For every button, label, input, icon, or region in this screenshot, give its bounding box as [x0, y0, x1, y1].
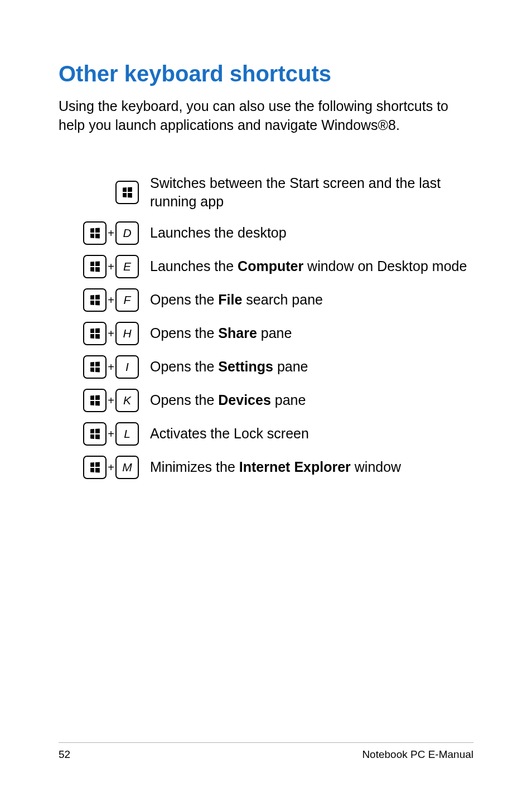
plus-separator: + — [108, 294, 114, 307]
text: Opens the — [150, 359, 218, 374]
key-windows — [83, 456, 107, 479]
key-f: F — [115, 288, 139, 312]
shortcut-row: +DLaunches the desktop — [59, 219, 473, 247]
shortcut-description: Opens the Settings pane — [150, 353, 473, 381]
page-footer: 52 Notebook PC E-Manual — [59, 742, 473, 761]
plus-separator: + — [108, 227, 114, 240]
text: Launches the — [150, 258, 238, 274]
text: Minimizes the — [150, 459, 239, 475]
text: Opens the — [150, 325, 218, 341]
page-number: 52 — [59, 748, 70, 761]
windows-logo-icon — [123, 187, 132, 198]
text: Activates the Lock screen — [150, 426, 309, 441]
key-windows — [83, 255, 107, 278]
key-h: H — [115, 322, 139, 345]
windows-logo-icon — [90, 462, 100, 472]
shortcut-keys: +H — [59, 320, 150, 347]
shortcut-row: +LActivates the Lock screen — [59, 420, 473, 448]
text: window — [351, 459, 401, 475]
plus-separator: + — [108, 361, 114, 374]
bold-text: Internet Explorer — [239, 459, 351, 475]
key-m: M — [115, 456, 139, 479]
key-windows — [83, 389, 107, 412]
page-title: Other keyboard shortcuts — [59, 60, 473, 87]
shortcut-keys: +I — [59, 353, 150, 381]
key-i: I — [115, 355, 139, 379]
plus-separator: + — [108, 394, 114, 407]
shortcut-keys: +D — [59, 219, 150, 247]
windows-logo-icon — [90, 261, 100, 272]
key-windows — [83, 355, 107, 379]
shortcut-keys — [59, 172, 150, 214]
key-k: K — [115, 389, 139, 412]
footer-label: Notebook PC E-Manual — [362, 748, 473, 761]
text: search pane — [242, 292, 323, 307]
windows-logo-icon — [90, 228, 100, 238]
text: Opens the — [150, 392, 218, 408]
shortcut-keys: +E — [59, 253, 150, 281]
text: window on Desktop mode — [303, 258, 467, 274]
shortcut-description: Opens the File search pane — [150, 286, 473, 314]
shortcut-row: Switches between the Start screen and th… — [59, 172, 473, 214]
shortcut-keys: +L — [59, 420, 150, 448]
bold-text: Devices — [218, 392, 271, 408]
plus-separator: + — [108, 461, 114, 474]
shortcut-keys: +K — [59, 386, 150, 414]
shortcut-row: +MMinimizes the Internet Explorer window — [59, 453, 473, 481]
key-windows — [115, 181, 139, 204]
shortcut-description: Opens the Share pane — [150, 320, 473, 347]
shortcut-description: Activates the Lock screen — [150, 420, 473, 448]
windows-logo-icon — [90, 294, 100, 305]
shortcut-keys: +M — [59, 453, 150, 481]
bold-text: Settings — [218, 359, 273, 374]
key-windows — [83, 221, 107, 245]
text: Launches the desktop — [150, 225, 287, 240]
windows-logo-icon — [90, 328, 100, 339]
plus-separator: + — [108, 327, 114, 340]
shortcut-keys: +F — [59, 286, 150, 314]
text: pane — [273, 359, 308, 374]
shortcut-description: Launches the Computer window on Desktop … — [150, 253, 473, 281]
bold-text: Share — [218, 325, 257, 341]
bold-text: File — [218, 292, 242, 307]
intro-paragraph: Using the keyboard, you can also use the… — [59, 97, 473, 135]
plus-separator: + — [108, 428, 114, 441]
shortcut-description: Opens the Devices pane — [150, 386, 473, 414]
shortcut-row: +FOpens the File search pane — [59, 286, 473, 314]
key-windows — [83, 288, 107, 312]
key-l: L — [115, 422, 139, 446]
text: Opens the — [150, 292, 218, 307]
windows-logo-icon — [90, 428, 100, 439]
key-d: D — [115, 221, 139, 245]
page: Other keyboard shortcuts Using the keybo… — [0, 0, 532, 802]
shortcuts-table: Switches between the Start screen and th… — [59, 166, 473, 487]
key-e: E — [115, 255, 139, 278]
shortcut-row: +KOpens the Devices pane — [59, 386, 473, 414]
shortcut-row: +ELaunches the Computer window on Deskto… — [59, 253, 473, 281]
shortcut-description: Switches between the Start screen and th… — [150, 172, 473, 214]
shortcut-description: Minimizes the Internet Explorer window — [150, 453, 473, 481]
key-windows — [83, 422, 107, 446]
windows-logo-icon — [90, 395, 100, 405]
windows-logo-icon — [90, 361, 100, 372]
text: pane — [271, 392, 306, 408]
key-windows — [83, 322, 107, 345]
shortcut-description: Launches the desktop — [150, 219, 473, 247]
text: Switches between the Start screen and th… — [150, 175, 441, 210]
plus-separator: + — [108, 260, 114, 273]
shortcut-row: +HOpens the Share pane — [59, 320, 473, 347]
bold-text: Computer — [238, 258, 303, 274]
shortcut-row: +IOpens the Settings pane — [59, 353, 473, 381]
text: pane — [257, 325, 292, 341]
